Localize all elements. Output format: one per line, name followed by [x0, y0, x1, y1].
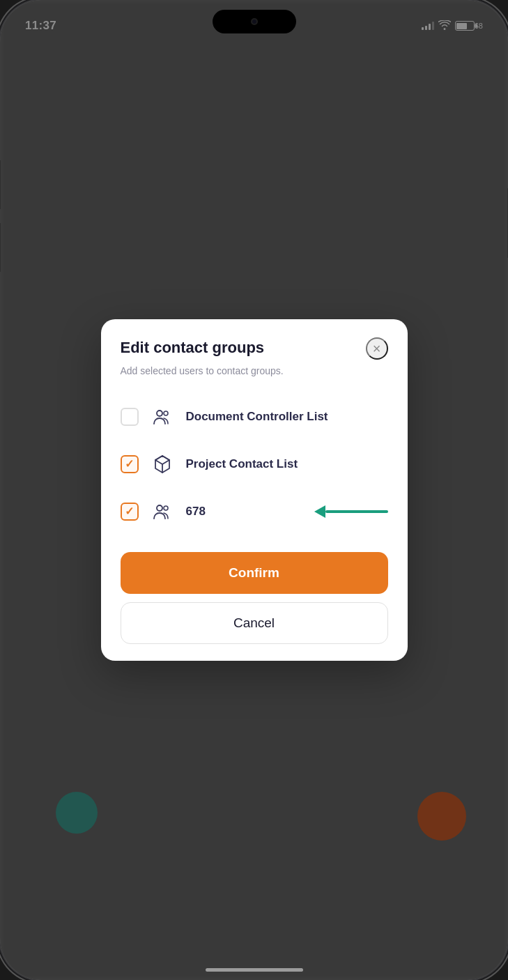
modal-title: Edit contact groups	[121, 339, 265, 357]
edit-contact-groups-modal: Edit contact groups × Add selected users…	[101, 319, 408, 661]
678-checkbox[interactable]: ✓	[121, 503, 139, 521]
people-icon	[150, 499, 175, 524]
contact-group-list: Document Controller List ✓ Project Conta…	[121, 393, 388, 535]
phone-frame: 11:37 68	[0, 0, 508, 980]
document-controller-checkbox[interactable]	[121, 408, 139, 426]
svg-point-0	[157, 411, 162, 416]
project-contact-checkbox[interactable]: ✓	[121, 455, 139, 473]
box-icon	[150, 452, 175, 477]
list-item: Document Controller List	[121, 393, 388, 441]
people-icon	[150, 404, 175, 429]
confirm-label: Confirm	[229, 565, 279, 581]
svg-point-3	[164, 506, 168, 510]
list-item: ✓ Project Contact List	[121, 441, 388, 488]
arrowhead-icon	[314, 505, 325, 518]
svg-point-1	[164, 411, 168, 415]
modal-header: Edit contact groups ×	[121, 339, 388, 360]
group-label-678: 678	[186, 505, 300, 519]
group-label-project-contact: Project Contact List	[186, 457, 388, 471]
svg-point-2	[157, 505, 162, 511]
cancel-label: Cancel	[233, 615, 275, 631]
arrow-annotation	[314, 505, 388, 518]
close-button[interactable]: ×	[366, 337, 388, 360]
arrow-line	[325, 510, 388, 513]
list-item: ✓ 678	[121, 488, 388, 535]
modal-subtitle: Add selected users to contact groups.	[121, 365, 388, 376]
confirm-button[interactable]: Confirm	[121, 552, 388, 594]
checkmark-icon: ✓	[125, 459, 134, 470]
group-label-document-controller: Document Controller List	[186, 410, 388, 424]
home-indicator	[206, 968, 303, 972]
cancel-button[interactable]: Cancel	[121, 602, 388, 644]
checkmark-icon: ✓	[125, 506, 134, 517]
